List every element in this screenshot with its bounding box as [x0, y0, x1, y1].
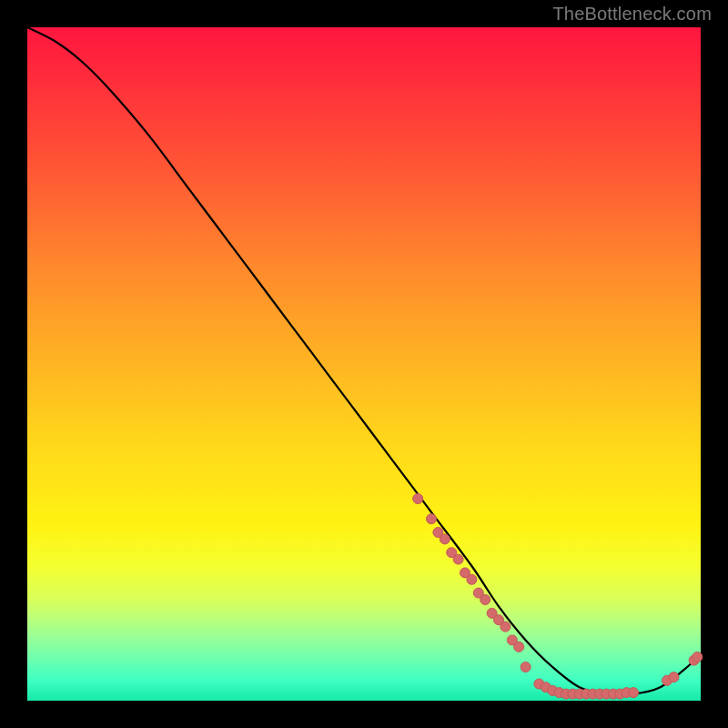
chart-frame: TheBottleneck.com: [0, 0, 728, 728]
data-marker: [440, 534, 450, 544]
data-marker: [453, 554, 463, 564]
plot-area: [27, 27, 701, 701]
data-markers: [413, 494, 703, 700]
watermark-text: TheBottleneck.com: [552, 4, 712, 25]
data-marker: [693, 652, 703, 662]
data-marker: [521, 662, 531, 672]
chart-svg: [27, 27, 701, 701]
data-marker: [629, 688, 639, 698]
data-marker: [427, 514, 437, 524]
bottleneck-curve: [27, 27, 701, 695]
data-marker: [467, 574, 477, 584]
data-marker: [669, 672, 679, 682]
data-marker: [500, 622, 511, 632]
data-marker: [480, 595, 490, 605]
data-marker: [514, 642, 524, 652]
data-marker: [413, 494, 423, 504]
